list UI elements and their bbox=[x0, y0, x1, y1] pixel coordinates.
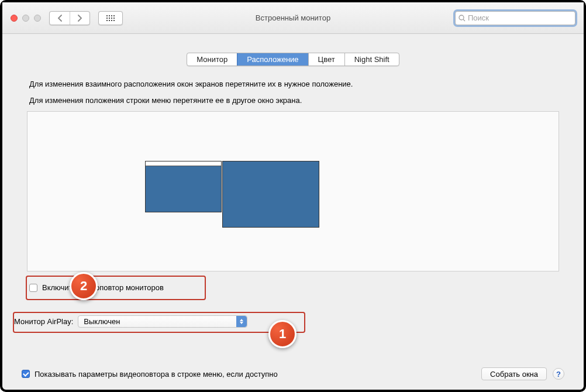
display-secondary[interactable] bbox=[222, 161, 319, 228]
arrangement-help-2: Для изменения положения строки меню пере… bbox=[29, 95, 557, 106]
chevron-left-icon bbox=[57, 15, 63, 22]
search-placeholder: Поиск bbox=[468, 13, 489, 22]
back-button[interactable] bbox=[50, 12, 70, 25]
grid-icon bbox=[106, 15, 115, 21]
airplay-popup[interactable]: Выключен bbox=[78, 315, 247, 328]
nav-segment bbox=[49, 11, 90, 25]
content-area: Монитор Расположение Цвет Night Shift Дл… bbox=[2, 34, 584, 390]
checkbox-checked-icon bbox=[22, 370, 30, 378]
show-all-button[interactable] bbox=[98, 11, 123, 25]
search-input[interactable]: Поиск bbox=[455, 11, 575, 25]
help-button[interactable]: ? bbox=[553, 368, 564, 380]
airplay-label: Монитор AirPlay: bbox=[14, 317, 73, 326]
svg-point-0 bbox=[459, 15, 464, 20]
search-icon bbox=[459, 15, 466, 22]
mirror-displays-label: Включить видеоповтор мониторов bbox=[42, 283, 164, 292]
arrangement-panel: Монитор Расположение Цвет Night Shift Дл… bbox=[21, 44, 565, 295]
arrangement-help-1: Для изменения взаимного расположения око… bbox=[29, 79, 557, 90]
arrangement-area[interactable] bbox=[27, 111, 559, 271]
tab-arrangement[interactable]: Расположение bbox=[237, 53, 308, 66]
tab-night-shift[interactable]: Night Shift bbox=[344, 53, 399, 66]
toolbar: Встроенный монитор Поиск bbox=[2, 2, 584, 34]
show-mirroring-label: Показывать параметры видеоповтора в стро… bbox=[35, 370, 278, 379]
gather-windows-button[interactable]: Собрать окна bbox=[481, 367, 547, 380]
svg-line-1 bbox=[463, 19, 465, 21]
tab-monitor[interactable]: Монитор bbox=[187, 53, 237, 66]
traffic-lights bbox=[11, 15, 41, 22]
annotation-badge-1: 1 bbox=[268, 320, 297, 348]
window-title: Встроенный монитор bbox=[256, 13, 330, 22]
close-window-button[interactable] bbox=[11, 15, 18, 22]
popup-stepper-icon bbox=[236, 316, 247, 327]
forward-button[interactable] bbox=[70, 12, 89, 25]
bottom-row: Показывать параметры видеоповтора в стро… bbox=[22, 367, 564, 380]
minimize-window-button[interactable] bbox=[22, 15, 29, 22]
chevron-right-icon bbox=[77, 15, 82, 22]
preferences-window: Встроенный монитор Поиск Монитор Располо… bbox=[0, 0, 586, 392]
mirror-displays-checkbox[interactable]: Включить видеоповтор мониторов bbox=[27, 280, 205, 295]
checkbox-unchecked-icon bbox=[29, 284, 37, 292]
display-primary[interactable] bbox=[145, 161, 222, 212]
show-mirroring-in-menu-checkbox[interactable]: Показывать параметры видеоповтора в стро… bbox=[22, 370, 278, 379]
airplay-selected-value: Выключен bbox=[84, 317, 120, 326]
tab-bar: Монитор Расположение Цвет Night Shift bbox=[187, 53, 399, 66]
zoom-window-button[interactable] bbox=[34, 15, 41, 22]
tab-color[interactable]: Цвет bbox=[308, 53, 344, 66]
annotation-badge-2: 2 bbox=[70, 272, 98, 300]
